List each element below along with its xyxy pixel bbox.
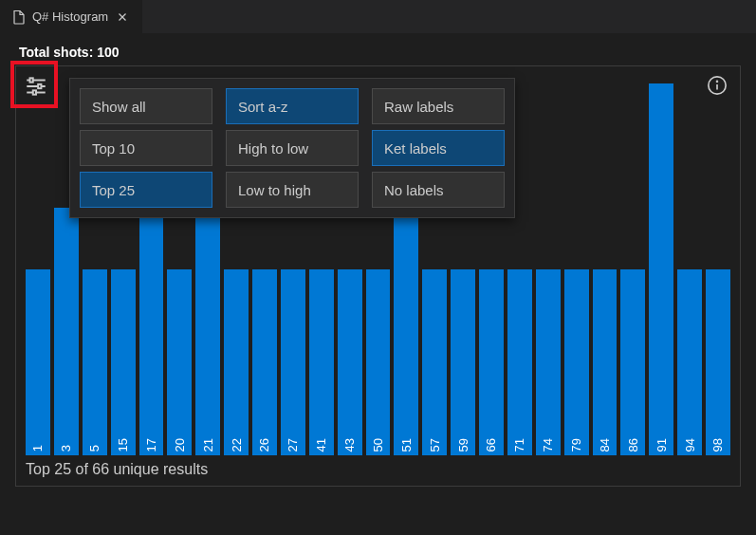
svg-point-8: [717, 81, 718, 82]
bar-label: 1: [30, 441, 45, 455]
bar-label: 27: [286, 434, 300, 455]
histogram-bar[interactable]: 22: [224, 269, 249, 455]
svg-rect-4: [38, 84, 41, 88]
bar-label: 71: [512, 434, 526, 455]
histogram-bar[interactable]: 50: [366, 269, 391, 455]
settings-button[interactable]: [22, 72, 50, 101]
histogram-bar[interactable]: 59: [451, 269, 475, 455]
histogram-bar[interactable]: 74: [536, 269, 561, 455]
option-ket-labels[interactable]: Ket labels: [372, 130, 505, 166]
option-sort-a-z[interactable]: Sort a-z: [226, 88, 359, 124]
option-low-to-high[interactable]: Low to high: [226, 172, 359, 208]
content-area: Total shots: 100 Show allTop 10Top 25Sor…: [0, 33, 756, 496]
option-high-to-low[interactable]: High to low: [226, 130, 359, 166]
histogram-bar[interactable]: 51: [394, 208, 418, 455]
bar-label: 21: [201, 434, 215, 455]
option-group: Sort a-zHigh to lowLow to high: [226, 88, 359, 208]
histogram-bar[interactable]: 94: [677, 269, 702, 455]
bar-label: 91: [655, 434, 669, 455]
bar-label: 5: [87, 441, 101, 455]
histogram-bar[interactable]: 3: [54, 208, 79, 455]
option-raw-labels[interactable]: Raw labels: [372, 88, 505, 124]
bar-label: 66: [484, 434, 498, 455]
bar-label: 41: [314, 434, 328, 455]
bar-label: 20: [173, 434, 187, 455]
file-icon: [11, 9, 27, 25]
option-group: Show allTop 10Top 25: [80, 88, 212, 208]
tab-q-histogram[interactable]: Q# Histogram: [0, 0, 143, 33]
histogram-bar[interactable]: 71: [507, 269, 532, 455]
option-top-25[interactable]: Top 25: [80, 172, 212, 208]
bar-label: 17: [144, 434, 158, 455]
bar-label: 50: [371, 434, 385, 455]
option-show-all[interactable]: Show all: [80, 88, 212, 124]
histogram-bar[interactable]: 98: [706, 269, 730, 455]
histogram-bar[interactable]: 57: [422, 269, 447, 455]
histogram-bar[interactable]: 21: [195, 208, 220, 455]
bar-label: 59: [456, 434, 470, 455]
option-group: Raw labelsKet labelsNo labels: [372, 88, 505, 208]
histogram-bar[interactable]: 27: [281, 269, 305, 455]
bar-label: 22: [230, 434, 244, 455]
histogram-bar[interactable]: 86: [620, 269, 645, 455]
svg-rect-3: [30, 78, 33, 82]
bar-label: 15: [116, 434, 130, 455]
bar-label: 57: [428, 434, 442, 455]
histogram-bar[interactable]: 91: [649, 83, 673, 455]
histogram-bar[interactable]: 66: [479, 269, 504, 455]
sliders-icon: [24, 74, 48, 99]
bar-label: 86: [626, 434, 640, 455]
tab-title: Q# Histogram: [32, 9, 108, 24]
bar-label: 43: [342, 434, 357, 455]
footer-text: Top 25 of 66 unique results: [26, 461, 730, 478]
histogram-bar[interactable]: 17: [139, 208, 164, 455]
info-icon: [707, 75, 728, 96]
histogram-bar[interactable]: 26: [252, 269, 277, 455]
histogram-bar[interactable]: 84: [593, 269, 618, 455]
bar-label: 84: [598, 434, 612, 455]
histogram-bar[interactable]: 15: [111, 269, 136, 455]
histogram-bar[interactable]: 41: [309, 269, 334, 455]
bar-label: 51: [399, 434, 414, 455]
histogram-panel: Show allTop 10Top 25Sort a-zHigh to lowL…: [15, 65, 741, 487]
bar-label: 98: [710, 434, 725, 455]
bar-label: 3: [59, 441, 73, 455]
svg-rect-5: [33, 90, 36, 94]
histogram-bar[interactable]: 5: [83, 269, 107, 455]
histogram-bar[interactable]: 20: [167, 269, 192, 455]
option-top-10[interactable]: Top 10: [80, 130, 212, 166]
histogram-bar[interactable]: 43: [338, 269, 362, 455]
info-button[interactable]: [706, 74, 728, 97]
bar-label: 74: [541, 434, 555, 455]
bar-label: 26: [257, 434, 271, 455]
histogram-bar[interactable]: 79: [564, 269, 589, 455]
histogram-bar[interactable]: 1: [26, 269, 50, 455]
close-icon[interactable]: [114, 9, 131, 26]
bar-label: 94: [683, 434, 697, 455]
option-no-labels[interactable]: No labels: [372, 172, 505, 208]
total-shots-label: Total shots: 100: [19, 45, 741, 60]
tab-bar: Q# Histogram: [0, 0, 756, 33]
options-panel: Show allTop 10Top 25Sort a-zHigh to lowL…: [69, 78, 515, 218]
bar-label: 79: [569, 434, 583, 455]
